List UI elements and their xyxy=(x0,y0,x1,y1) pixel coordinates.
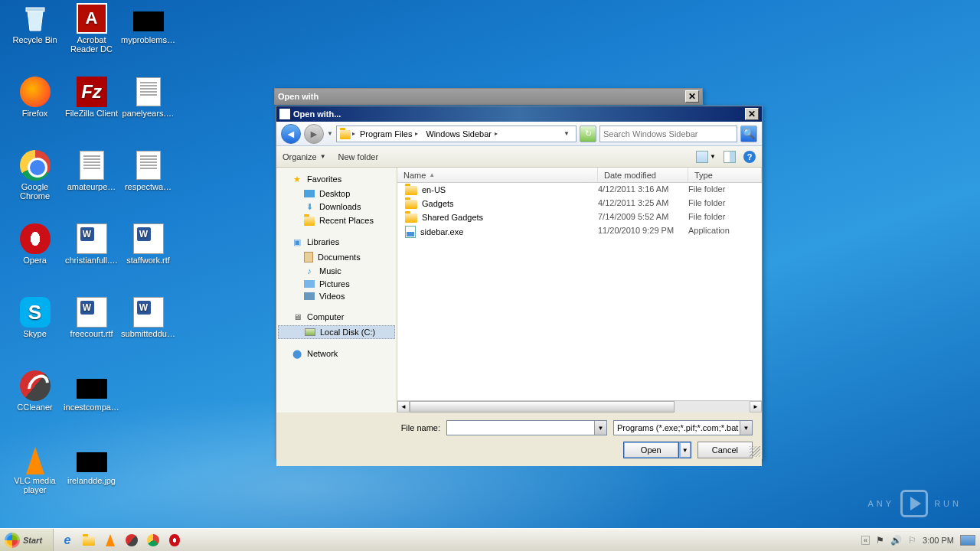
breadcrumb-seg-1[interactable]: Windows Sidebar ▸ xyxy=(423,129,501,139)
titlebar-outer[interactable]: Open with ✕ xyxy=(275,89,702,104)
breadcrumb-dropdown-icon[interactable]: ▼ xyxy=(560,130,573,137)
libraries-icon: ▣ xyxy=(292,236,302,247)
close-button-dialog[interactable]: ✕ xyxy=(745,108,759,120)
pinned-ie[interactable]: e xyxy=(60,533,75,548)
open-dropdown-button[interactable]: ▼ xyxy=(679,442,691,458)
nav-header-computer[interactable]: 🖥Computer xyxy=(276,308,397,325)
filename-combo[interactable]: ▼ xyxy=(446,420,607,435)
desktop-icon-filezilla[interactable]: FzFileZilla Client xyxy=(63,77,120,138)
breadcrumb-bar[interactable]: ▸ Program Files ▸ Windows Sidebar ▸ ▼ xyxy=(336,126,577,142)
new-folder-button[interactable]: New folder xyxy=(338,152,379,161)
file-row[interactable]: Shared Gadgets7/14/2009 5:52 AMFile fold… xyxy=(397,210,762,224)
desktop-icon-submitteddu[interactable]: submitteddu… xyxy=(119,297,177,358)
column-header-name[interactable]: Name ▲ xyxy=(397,168,598,182)
resize-grip[interactable] xyxy=(750,446,760,457)
taskbar: Start e « ⚑ 🔊 ⚐ 3:00 PM xyxy=(0,528,980,551)
scroll-track[interactable] xyxy=(410,401,750,412)
refresh-button[interactable]: ↻ xyxy=(580,126,596,142)
nav-history-dropdown[interactable]: ▼ xyxy=(327,130,333,137)
filetype-dropdown-button[interactable]: ▼ xyxy=(740,421,752,435)
desktop-icon-firefox[interactable]: Firefox xyxy=(6,77,64,138)
titlebar-outer-text: Open with xyxy=(278,92,318,101)
view-mode-dropdown[interactable]: ▼ xyxy=(710,153,716,160)
desktop-icon-amateurpe[interactable]: amateurpe… xyxy=(63,150,120,211)
column-header-type[interactable]: Type xyxy=(688,168,762,182)
tray-expand-icon[interactable]: « xyxy=(861,536,870,545)
desktop-icon-incestcompa[interactable]: incestcompa… xyxy=(63,370,120,432)
organize-menu[interactable]: Organize ▼ xyxy=(283,152,326,161)
cancel-button[interactable]: Cancel xyxy=(697,442,753,458)
file-row[interactable]: en-US4/12/2011 3:16 AMFile folder xyxy=(397,183,762,197)
desktop-icon-freecourt[interactable]: freecourt.rtf xyxy=(63,297,120,358)
desktop-icon-recycle-bin[interactable]: Recycle Bin xyxy=(6,3,64,64)
nav-back-button[interactable]: ◄ xyxy=(281,124,301,144)
pinned-opera[interactable] xyxy=(167,533,182,548)
desktop-icon-vlc[interactable]: VLC media player xyxy=(6,444,64,505)
dialog-icon xyxy=(279,109,290,119)
desktop-icon-staffwork[interactable]: staffwork.rtf xyxy=(119,223,177,285)
open-split-button[interactable]: Open ▼ xyxy=(623,442,691,458)
view-mode-button[interactable] xyxy=(696,151,708,163)
chrome-icon xyxy=(20,150,51,181)
help-button[interactable]: ? xyxy=(743,151,756,163)
nav-item-documents[interactable]: Documents xyxy=(276,250,397,264)
desktop-icon-irelandde[interactable]: irelandde.jpg xyxy=(63,444,120,505)
desktop-icon-panelyears[interactable]: panelyears.… xyxy=(119,77,177,138)
tray-clock[interactable]: 3:00 PM xyxy=(923,536,954,545)
desktop-icon-chrome[interactable]: Google Chrome xyxy=(6,150,64,211)
desktop-icon-ccleaner[interactable]: CCleaner xyxy=(6,370,64,432)
nav-item-desktop[interactable]: Desktop xyxy=(276,187,397,200)
show-desktop-button[interactable] xyxy=(960,535,975,546)
nav-item-music[interactable]: ♪Music xyxy=(276,264,397,278)
desktop-icon-acrobat[interactable]: AAcrobat Reader DC xyxy=(63,3,120,64)
file-list: en-US4/12/2011 3:16 AMFile folderGadgets… xyxy=(397,183,762,400)
open-button[interactable]: Open xyxy=(623,442,679,458)
button-row: Open ▼ Cancel xyxy=(276,442,753,458)
tray-action-center-icon[interactable]: ⚑ xyxy=(876,535,884,546)
file-row[interactable]: Gadgets4/12/2011 3:25 AMFile folder xyxy=(397,197,762,210)
search-go-button[interactable]: 🔍 xyxy=(740,126,757,142)
desktop-icon-opera[interactable]: Opera xyxy=(6,223,64,285)
panelyears-icon xyxy=(133,77,164,107)
nav-forward-button[interactable]: ► xyxy=(304,124,324,144)
pinned-chrome[interactable] xyxy=(145,533,161,548)
nav-header-favorites[interactable]: ★Favorites xyxy=(276,171,397,187)
nav-item-recent[interactable]: Recent Places xyxy=(276,214,397,227)
tray-volume-icon[interactable]: 🔊 xyxy=(890,535,902,546)
titlebar-dialog[interactable]: Open with... ✕ xyxy=(276,106,762,122)
acrobat-icon: A xyxy=(77,3,107,34)
nav-item-videos[interactable]: Videos xyxy=(276,290,397,302)
desktop-icon-respectwa[interactable]: respectwa… xyxy=(119,150,177,211)
scroll-right-button[interactable]: ► xyxy=(750,401,762,412)
pinned-vlc[interactable] xyxy=(103,533,118,548)
scroll-left-button[interactable]: ◄ xyxy=(397,401,410,412)
column-header-date[interactable]: Date modified xyxy=(598,168,688,182)
start-orb-icon xyxy=(5,533,20,548)
file-type: File folder xyxy=(688,198,725,209)
search-input[interactable]: Search Windows Sidebar xyxy=(599,126,737,142)
close-button-outer[interactable]: ✕ xyxy=(685,90,699,103)
breadcrumb-seg-0[interactable]: Program Files ▸ xyxy=(357,129,421,139)
horizontal-scrollbar[interactable]: ◄ ► xyxy=(397,400,762,412)
pinned-ccleaner[interactable] xyxy=(124,533,139,548)
desktop-icon-myproblems[interactable]: myproblems… xyxy=(119,3,177,64)
scroll-thumb[interactable] xyxy=(410,401,675,412)
desktop-icon-label: respectwa… xyxy=(119,182,177,191)
filename-dropdown-button[interactable]: ▼ xyxy=(594,421,606,435)
nav-header-network[interactable]: ⬤Network xyxy=(276,345,397,362)
computer-icon: 🖥 xyxy=(292,311,302,322)
nav-item-downloads[interactable]: ⬇Downloads xyxy=(276,200,397,214)
pinned-explorer[interactable] xyxy=(81,533,96,548)
desktop-icon-christianfull[interactable]: christianfull.… xyxy=(63,223,120,285)
nav-item-pictures[interactable]: Pictures xyxy=(276,278,397,290)
nav-item-local-disk[interactable]: Local Disk (C:) xyxy=(278,325,395,339)
preview-pane-button[interactable] xyxy=(724,151,736,163)
file-row[interactable]: sidebar.exe11/20/2010 9:29 PMApplication xyxy=(397,224,762,240)
desktop-icon-skype[interactable]: SSkype xyxy=(6,297,64,358)
nav-header-libraries[interactable]: ▣Libraries xyxy=(276,233,397,250)
tray-flag-icon[interactable]: ⚐ xyxy=(908,535,916,546)
chevron-right-icon[interactable]: ▸ xyxy=(352,130,355,137)
start-button[interactable]: Start xyxy=(0,529,54,552)
desktop-icon-label: Recycle Bin xyxy=(6,35,64,44)
filetype-combo[interactable]: Programs (*.exe;*.pif;*.com;*.bat ▼ xyxy=(613,420,753,435)
